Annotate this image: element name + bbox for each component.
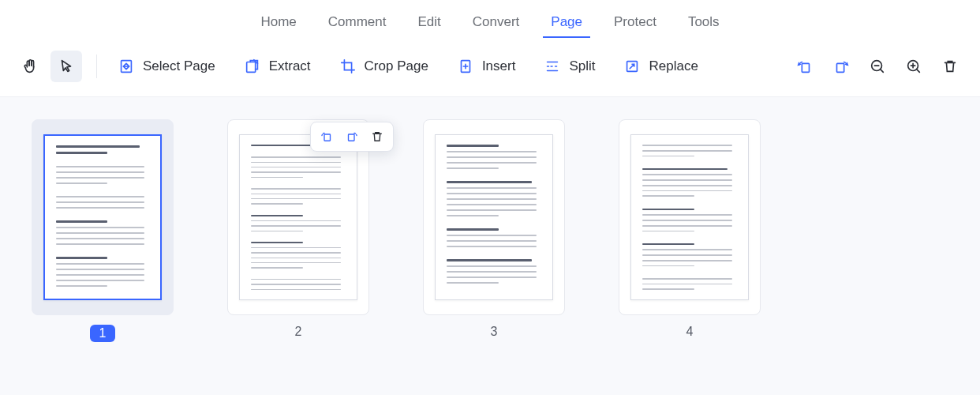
select-page-button[interactable]: Select Page <box>111 53 222 80</box>
hover-delete-button[interactable] <box>366 126 388 148</box>
page-thumb-2[interactable]: 2 <box>227 119 369 339</box>
tab-tools[interactable]: Tools <box>686 9 721 38</box>
rotate-right-icon <box>832 58 850 75</box>
page-preview <box>239 134 357 300</box>
split-icon <box>544 58 561 75</box>
tab-edit[interactable]: Edit <box>416 9 442 38</box>
page-preview <box>435 134 553 300</box>
page-hover-toolbar <box>310 122 394 152</box>
trash-icon <box>370 130 384 144</box>
extract-button[interactable]: Extract <box>238 53 317 80</box>
insert-label: Insert <box>482 58 516 74</box>
replace-label: Replace <box>649 58 698 74</box>
tab-convert[interactable]: Convert <box>471 9 522 38</box>
svg-rect-8 <box>324 134 331 141</box>
replace-icon <box>623 58 641 75</box>
main-menu: Home Comment Edit Convert Page Protect T… <box>0 0 980 43</box>
page-thumbnail-panel: 1 <box>0 97 980 395</box>
select-tool-button[interactable] <box>50 51 82 82</box>
zoom-in-icon <box>905 58 922 75</box>
extract-icon <box>244 58 261 75</box>
select-page-label: Select Page <box>143 58 215 74</box>
svg-rect-1 <box>246 62 255 73</box>
page-preview <box>43 134 162 300</box>
hand-tool-button[interactable] <box>14 51 46 82</box>
hand-icon <box>21 58 39 75</box>
insert-icon <box>457 58 474 75</box>
rotate-left-icon <box>320 130 334 144</box>
page-preview <box>630 134 749 300</box>
extract-label: Extract <box>269 58 311 74</box>
page-number: 3 <box>491 325 498 339</box>
rotate-right-icon <box>345 130 359 144</box>
page-number: 1 <box>90 325 116 342</box>
page-thumb-card[interactable] <box>423 119 565 315</box>
crop-page-button[interactable]: Crop Page <box>333 53 435 80</box>
delete-button[interactable] <box>934 51 966 82</box>
select-page-icon <box>118 58 135 75</box>
tab-page[interactable]: Page <box>549 9 584 38</box>
split-button[interactable]: Split <box>537 53 601 80</box>
zoom-out-button[interactable] <box>862 51 893 82</box>
crop-icon <box>339 58 357 75</box>
svg-rect-5 <box>837 63 844 72</box>
cursor-icon <box>58 58 75 75</box>
svg-rect-4 <box>802 63 809 72</box>
page-toolbar: Select Page Extract Crop Page Insert Spl… <box>0 43 980 97</box>
separator <box>96 55 97 78</box>
page-thumb-card[interactable] <box>227 119 369 315</box>
page-number: 4 <box>686 325 694 339</box>
tab-home[interactable]: Home <box>259 9 297 38</box>
page-number: 2 <box>295 325 302 339</box>
page-thumb-1[interactable]: 1 <box>32 119 174 342</box>
crop-page-label: Crop Page <box>365 58 428 74</box>
hover-rotate-left-button[interactable] <box>316 126 338 148</box>
replace-button[interactable]: Replace <box>617 53 704 80</box>
tab-comment[interactable]: Comment <box>327 9 388 38</box>
split-label: Split <box>569 58 595 74</box>
zoom-out-icon <box>869 58 886 75</box>
zoom-in-button[interactable] <box>898 51 930 82</box>
tab-protect[interactable]: Protect <box>612 9 658 38</box>
page-thumb-card[interactable] <box>619 119 761 315</box>
rotate-left-button[interactable] <box>789 51 821 82</box>
page-thumb-4[interactable]: 4 <box>619 119 761 339</box>
insert-button[interactable]: Insert <box>451 53 522 80</box>
hover-rotate-right-button[interactable] <box>341 126 363 148</box>
page-thumb-card[interactable] <box>32 119 174 315</box>
svg-rect-9 <box>349 134 355 141</box>
rotate-right-button[interactable] <box>825 51 857 82</box>
rotate-left-icon <box>796 58 814 75</box>
page-thumb-3[interactable]: 3 <box>423 119 565 339</box>
trash-icon <box>941 58 959 75</box>
